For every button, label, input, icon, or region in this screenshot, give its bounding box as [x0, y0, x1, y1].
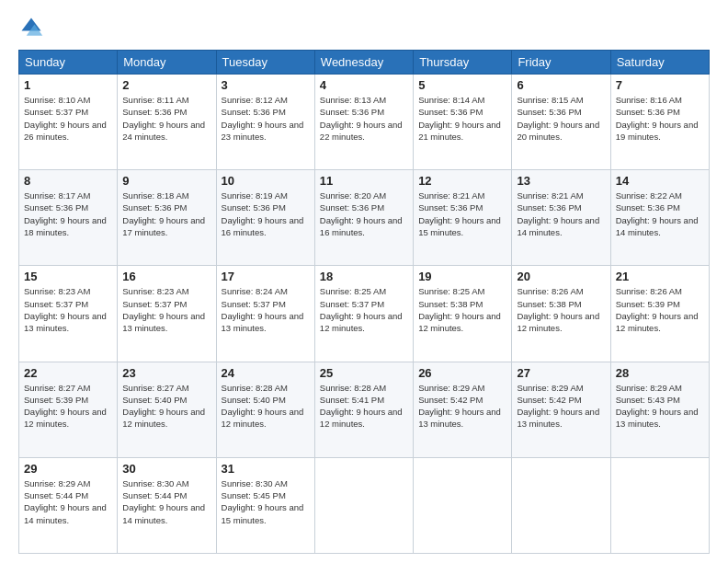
day-detail: Sunrise: 8:21 AMSunset: 5:36 PMDaylight:… — [517, 190, 605, 238]
calendar-cell: 19Sunrise: 8:25 AMSunset: 5:38 PMDayligh… — [414, 266, 512, 362]
day-number: 28 — [616, 366, 704, 380]
day-number: 25 — [320, 366, 408, 380]
calendar-table: Sunday Monday Tuesday Wednesday Thursday… — [18, 50, 710, 554]
calendar-week-row: 15Sunrise: 8:23 AMSunset: 5:37 PMDayligh… — [19, 266, 710, 362]
day-number: 10 — [222, 174, 310, 188]
calendar-cell: 14Sunrise: 8:22 AMSunset: 5:36 PMDayligh… — [610, 170, 709, 266]
day-detail: Sunrise: 8:24 AMSunset: 5:37 PMDaylight:… — [222, 285, 310, 334]
day-number: 24 — [222, 366, 310, 380]
calendar-cell — [512, 457, 610, 553]
day-number: 7 — [616, 78, 704, 92]
day-number: 20 — [517, 270, 605, 283]
day-number: 1 — [24, 78, 112, 92]
calendar-cell: 11Sunrise: 8:20 AMSunset: 5:36 PMDayligh… — [314, 170, 413, 266]
calendar-cell: 8Sunrise: 8:17 AMSunset: 5:36 PMDaylight… — [19, 170, 118, 266]
day-detail: Sunrise: 8:23 AMSunset: 5:37 PMDaylight:… — [24, 285, 112, 334]
calendar-cell: 23Sunrise: 8:27 AMSunset: 5:40 PMDayligh… — [118, 362, 216, 457]
calendar-week-row: 29Sunrise: 8:29 AMSunset: 5:44 PMDayligh… — [19, 457, 710, 553]
day-detail: Sunrise: 8:13 AMSunset: 5:36 PMDaylight:… — [320, 94, 408, 143]
calendar-cell: 9Sunrise: 8:18 AMSunset: 5:36 PMDaylight… — [118, 170, 216, 266]
day-detail: Sunrise: 8:12 AMSunset: 5:36 PMDaylight:… — [222, 94, 310, 143]
day-detail: Sunrise: 8:30 AMSunset: 5:44 PMDaylight:… — [122, 477, 210, 526]
day-number: 13 — [517, 174, 605, 188]
day-detail: Sunrise: 8:29 AMSunset: 5:44 PMDaylight:… — [24, 477, 112, 526]
day-number: 21 — [616, 270, 704, 283]
day-number: 9 — [122, 174, 210, 188]
calendar-week-row: 8Sunrise: 8:17 AMSunset: 5:36 PMDaylight… — [19, 170, 710, 266]
day-detail: Sunrise: 8:20 AMSunset: 5:36 PMDaylight:… — [320, 190, 408, 238]
day-number: 18 — [320, 270, 408, 283]
calendar-cell: 31Sunrise: 8:30 AMSunset: 5:45 PMDayligh… — [216, 457, 314, 553]
day-detail: Sunrise: 8:29 AMSunset: 5:43 PMDaylight:… — [616, 382, 704, 431]
day-detail: Sunrise: 8:14 AMSunset: 5:36 PMDaylight:… — [418, 94, 506, 143]
calendar-cell: 4Sunrise: 8:13 AMSunset: 5:36 PMDaylight… — [314, 75, 413, 170]
day-detail: Sunrise: 8:26 AMSunset: 5:38 PMDaylight:… — [517, 285, 605, 334]
day-detail: Sunrise: 8:18 AMSunset: 5:36 PMDaylight:… — [122, 190, 210, 238]
day-detail: Sunrise: 8:29 AMSunset: 5:42 PMDaylight:… — [517, 382, 605, 431]
calendar-cell: 13Sunrise: 8:21 AMSunset: 5:36 PMDayligh… — [512, 170, 610, 266]
calendar-cell: 16Sunrise: 8:23 AMSunset: 5:37 PMDayligh… — [118, 266, 216, 362]
day-detail: Sunrise: 8:19 AMSunset: 5:36 PMDaylight:… — [222, 190, 310, 238]
calendar-cell: 1Sunrise: 8:10 AMSunset: 5:37 PMDaylight… — [19, 75, 118, 170]
calendar-week-row: 22Sunrise: 8:27 AMSunset: 5:39 PMDayligh… — [19, 362, 710, 457]
day-number: 27 — [517, 366, 605, 380]
calendar-cell: 12Sunrise: 8:21 AMSunset: 5:36 PMDayligh… — [414, 170, 512, 266]
day-number: 15 — [24, 270, 112, 283]
col-sunday: Sunday — [19, 51, 118, 75]
col-saturday: Saturday — [610, 51, 709, 75]
col-wednesday: Wednesday — [314, 51, 413, 75]
day-detail: Sunrise: 8:26 AMSunset: 5:39 PMDaylight:… — [616, 285, 704, 334]
day-number: 19 — [418, 270, 506, 283]
calendar-header-row: Sunday Monday Tuesday Wednesday Thursday… — [19, 51, 710, 75]
col-friday: Friday — [512, 51, 610, 75]
day-number: 5 — [418, 78, 506, 92]
day-detail: Sunrise: 8:25 AMSunset: 5:38 PMDaylight:… — [418, 285, 506, 334]
day-number: 11 — [320, 174, 408, 188]
day-number: 30 — [122, 462, 210, 476]
day-number: 14 — [616, 174, 704, 188]
calendar-week-row: 1Sunrise: 8:10 AMSunset: 5:37 PMDaylight… — [19, 75, 710, 170]
day-detail: Sunrise: 8:28 AMSunset: 5:41 PMDaylight:… — [320, 382, 408, 431]
day-detail: Sunrise: 8:21 AMSunset: 5:36 PMDaylight:… — [418, 190, 506, 238]
col-tuesday: Tuesday — [216, 51, 314, 75]
calendar-cell: 30Sunrise: 8:30 AMSunset: 5:44 PMDayligh… — [118, 457, 216, 553]
day-number: 29 — [24, 462, 112, 476]
calendar-cell: 15Sunrise: 8:23 AMSunset: 5:37 PMDayligh… — [19, 266, 118, 362]
calendar-cell: 5Sunrise: 8:14 AMSunset: 5:36 PMDaylight… — [414, 75, 512, 170]
day-number: 3 — [222, 78, 310, 92]
day-number: 12 — [418, 174, 506, 188]
day-detail: Sunrise: 8:29 AMSunset: 5:42 PMDaylight:… — [418, 382, 506, 431]
calendar-cell — [414, 457, 512, 553]
calendar-cell: 29Sunrise: 8:29 AMSunset: 5:44 PMDayligh… — [19, 457, 118, 553]
calendar-cell: 22Sunrise: 8:27 AMSunset: 5:39 PMDayligh… — [19, 362, 118, 457]
day-detail: Sunrise: 8:16 AMSunset: 5:36 PMDaylight:… — [616, 94, 704, 143]
calendar-cell: 27Sunrise: 8:29 AMSunset: 5:42 PMDayligh… — [512, 362, 610, 457]
calendar-cell: 6Sunrise: 8:15 AMSunset: 5:36 PMDaylight… — [512, 75, 610, 170]
day-detail: Sunrise: 8:17 AMSunset: 5:36 PMDaylight:… — [24, 190, 112, 238]
day-detail: Sunrise: 8:10 AMSunset: 5:37 PMDaylight:… — [24, 94, 112, 143]
calendar-cell: 2Sunrise: 8:11 AMSunset: 5:36 PMDaylight… — [118, 75, 216, 170]
day-detail: Sunrise: 8:11 AMSunset: 5:36 PMDaylight:… — [122, 94, 210, 143]
day-number: 22 — [24, 366, 112, 380]
calendar-cell: 21Sunrise: 8:26 AMSunset: 5:39 PMDayligh… — [610, 266, 709, 362]
col-thursday: Thursday — [414, 51, 512, 75]
calendar-cell: 25Sunrise: 8:28 AMSunset: 5:41 PMDayligh… — [314, 362, 413, 457]
day-detail: Sunrise: 8:27 AMSunset: 5:40 PMDaylight:… — [122, 382, 210, 431]
calendar-cell: 17Sunrise: 8:24 AMSunset: 5:37 PMDayligh… — [216, 266, 314, 362]
logo-icon — [18, 15, 44, 40]
header — [18, 15, 710, 40]
day-detail: Sunrise: 8:15 AMSunset: 5:36 PMDaylight:… — [517, 94, 605, 143]
day-number: 6 — [517, 78, 605, 92]
day-number: 2 — [122, 78, 210, 92]
calendar-cell: 28Sunrise: 8:29 AMSunset: 5:43 PMDayligh… — [610, 362, 709, 457]
calendar-cell — [314, 457, 413, 553]
calendar-cell — [610, 457, 709, 553]
day-detail: Sunrise: 8:25 AMSunset: 5:37 PMDaylight:… — [320, 285, 408, 334]
day-detail: Sunrise: 8:27 AMSunset: 5:39 PMDaylight:… — [24, 382, 112, 431]
day-number: 17 — [222, 270, 310, 283]
day-number: 8 — [24, 174, 112, 188]
calendar-cell: 24Sunrise: 8:28 AMSunset: 5:40 PMDayligh… — [216, 362, 314, 457]
calendar-cell: 7Sunrise: 8:16 AMSunset: 5:36 PMDaylight… — [610, 75, 709, 170]
col-monday: Monday — [118, 51, 216, 75]
day-detail: Sunrise: 8:23 AMSunset: 5:37 PMDaylight:… — [122, 285, 210, 334]
